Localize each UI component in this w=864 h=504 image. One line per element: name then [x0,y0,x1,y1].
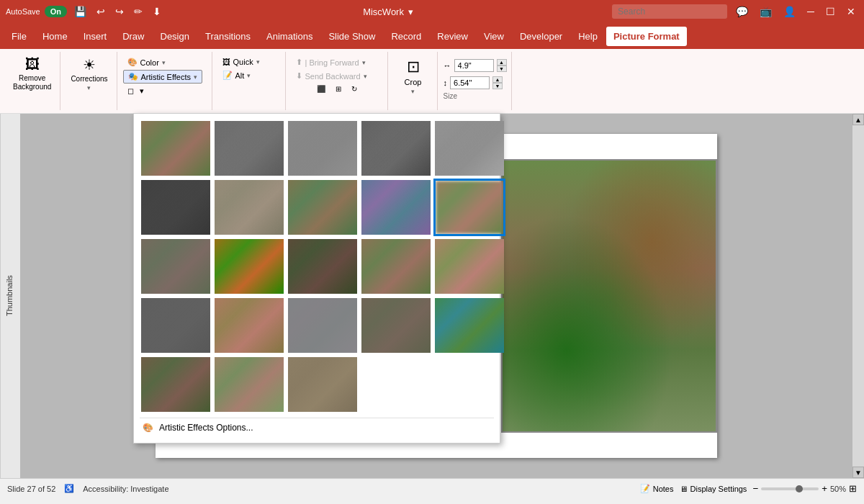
height-spinner: ▲ ▼ [492,76,503,89]
document-title: MiscWork [363,6,404,17]
more-button[interactable]: ⬇ [150,4,164,19]
options-label: Artistic Effects Options... [159,423,253,433]
effect-cell-17[interactable] [287,297,359,354]
quick-styles-button[interactable]: 🖼 Quick ▾ [218,56,264,68]
redo-button[interactable]: ↪ [112,4,127,19]
menu-home[interactable]: Home [35,27,75,46]
notes-button[interactable]: 📝 Notes [640,484,674,493]
effect-cell-11[interactable] [213,238,285,295]
effect-cell-16[interactable] [213,297,285,354]
menu-review[interactable]: Review [430,27,475,46]
height-up[interactable]: ▲ [492,76,503,83]
effect-cell-0[interactable] [140,120,212,177]
menu-view[interactable]: View [477,27,511,46]
effect-cell-4[interactable] [433,120,505,177]
group-button[interactable]: ⊞ [331,84,346,94]
display-settings-label: Display Settings [690,485,747,493]
menu-insert[interactable]: Insert [76,27,114,46]
menu-file[interactable]: File [4,27,34,46]
effect-cell-3[interactable] [360,120,432,177]
effect-cell-1[interactable] [213,120,285,177]
height-row: ↕ ▲ ▼ [444,76,507,89]
effect-cell-21[interactable] [213,356,285,413]
ribbon-group-arrange: ⬆ | Bring Forward ▾ ⬇ Send Backward ▾ ⬛ … [287,52,388,110]
accessibility-icon: ♿ [64,484,74,493]
menu-design[interactable]: Design [153,27,197,46]
effect-cell-22[interactable] [287,356,359,413]
send-backward-button[interactable]: ⬇ Send Backward ▾ [292,70,383,82]
effect-cell-7[interactable] [287,179,359,236]
effect-cell-6[interactable] [213,179,285,236]
scroll-up-button[interactable]: ▲ [852,114,864,125]
height-input[interactable] [450,76,490,89]
align-button[interactable]: ⬛ [312,84,330,94]
effect-cell-10[interactable] [140,238,212,295]
color-button[interactable]: 🎨 Color ▾ [123,56,202,68]
effect-cell-14[interactable] [433,238,505,295]
width-input[interactable] [454,59,494,72]
zoom-control: − + 50% ⊞ [752,483,857,494]
menu-help[interactable]: Help [571,27,605,46]
effect-cell-20[interactable] [140,356,212,413]
width-row: ↔ ▲ ▼ [444,59,507,72]
accessibility-label[interactable]: Accessibility: Investigate [83,485,168,493]
artistic-effects-button[interactable]: 🎭 Artistic Effects ▾ [123,70,202,84]
bring-forward-button[interactable]: ⬆ | Bring Forward ▾ [292,56,383,68]
effect-cell-2[interactable] [287,120,359,177]
effect-cell-5[interactable] [140,179,212,236]
autosave-toggle[interactable]: On [45,6,67,17]
fit-slide-button[interactable]: ⊞ [849,483,857,494]
status-bar: Slide 27 of 52 ♿ Accessibility: Investig… [0,478,864,498]
corrections-button[interactable]: ☀ Corrections ▾ [66,53,112,94]
remove-background-button[interactable]: 🖼 RemoveBackground [9,53,55,94]
customize-button[interactable]: ✏ [131,4,145,19]
effect-cell-13[interactable] [360,238,432,295]
effect-cell-12[interactable] [287,238,359,295]
menu-slideshow[interactable]: Slide Show [321,27,382,46]
scroll-track[interactable] [852,125,864,467]
minimize-button[interactable]: ─ [804,4,817,19]
height-down[interactable]: ▼ [492,83,503,89]
save-button[interactable]: 💾 [71,4,89,19]
effect-bg-21 [215,357,284,412]
effect-cell-18[interactable] [360,297,432,354]
bring-forward-arrow: ▾ [362,59,366,66]
effect-cell-19[interactable] [433,297,505,354]
zoom-out-button[interactable]: − [752,483,758,494]
slide-image[interactable] [501,159,717,433]
right-scrollbar[interactable]: ▲ ▼ [852,114,864,478]
search-input[interactable] [612,4,727,19]
bring-forward-icon: ⬆ [296,58,302,67]
menu-picture-format[interactable]: Picture Format [606,27,687,46]
title-bar: AutoSave On 💾 ↩ ↪ ✏ ⬇ MiscWork ▾ 💬 📺 👤 ─… [0,0,864,23]
width-up[interactable]: ▲ [497,59,507,66]
effect-bg-16 [215,298,284,353]
color-icon: 🎨 [127,58,138,67]
artistic-options-row[interactable]: 🎨 Artistic Effects Options... [140,418,494,437]
undo-button[interactable]: ↩ [94,4,108,19]
display-settings-button[interactable]: 🖥 Display Settings [680,485,747,493]
user-button[interactable]: 👤 [780,4,798,19]
scroll-down-button[interactable]: ▼ [852,467,864,478]
comments-button[interactable]: 💬 [733,4,751,19]
close-button[interactable]: ✕ [844,4,858,19]
menu-draw[interactable]: Draw [115,27,151,46]
zoom-level: 50% [830,485,846,493]
present-button[interactable]: 📺 [757,4,775,19]
menu-developer[interactable]: Developer [513,27,570,46]
transparency-button[interactable]: ◻ ▾ [123,85,202,97]
effect-cell-9[interactable]: Blur← [433,179,505,236]
zoom-slider[interactable] [761,487,819,490]
remove-bg-icon: 🖼 [25,56,40,73]
effect-cell-15[interactable] [140,297,212,354]
menu-animations[interactable]: Animations [259,27,320,46]
menu-record[interactable]: Record [384,27,428,46]
menu-transitions[interactable]: Transitions [198,27,258,46]
width-down[interactable]: ▼ [497,66,507,72]
restore-button[interactable]: ☐ [823,4,838,19]
rotate-button[interactable]: ↻ [347,84,361,94]
effect-cell-8[interactable] [360,179,432,236]
alt-text-button[interactable]: 📝 Alt ▾ [218,69,264,81]
crop-button[interactable]: ⊡ Crop ▾ [395,55,431,98]
zoom-in-button[interactable]: + [822,483,827,494]
